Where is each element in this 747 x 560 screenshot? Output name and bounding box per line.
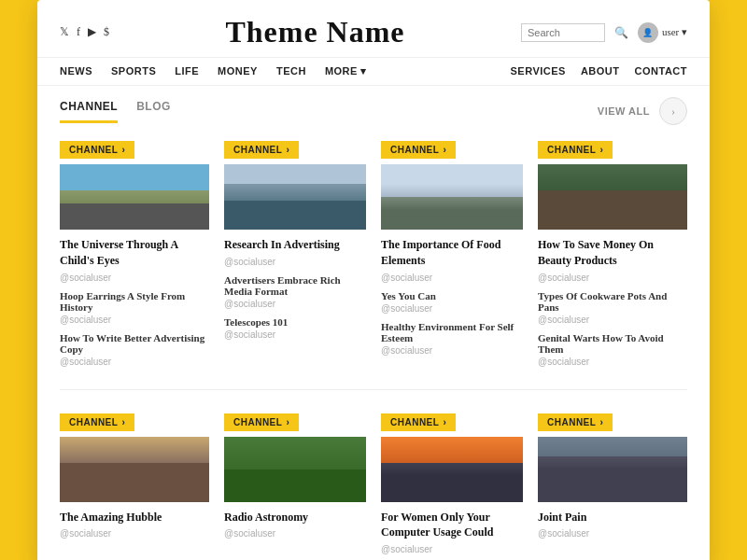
channel-badge-1[interactable]: CHANNEL › [60,141,134,159]
divider [60,389,687,390]
circle-nav-button[interactable]: › [659,97,687,125]
channel-col-2: CHANNEL › Research In Advertising @socia… [217,140,374,374]
channel-badge-arrow-5: › [121,417,125,427]
article-image-1 [60,164,209,230]
header-right: 🔍 👤 user ▾ [521,22,687,43]
article-author-2: @socialuser [224,257,366,267]
channel-badge-arrow-6: › [286,417,289,427]
nav-left: NEWS SPORTS LIFE MONEY TECH MORE ▾ [60,65,367,77]
channel-badge-8[interactable]: CHANNEL › [538,413,613,431]
browser-window: 𝕏 f ▶ $ Theme Name 🔍 👤 user ▾ NEWS SPORT… [37,0,710,560]
article-image-3 [381,164,523,230]
nav-about[interactable]: ABOUT [581,65,620,77]
nav-contact[interactable]: CONTACT [635,65,687,77]
article-sub-author-2b: @socialuser [224,329,366,340]
site-title: Theme Name [225,15,404,49]
article-sub-2a[interactable]: Advertisers Embrace Rich Media Format [224,274,366,297]
channel-badge-2[interactable]: CHANNEL › [224,141,299,159]
article-image-6 [224,437,366,502]
article-image-2 [224,164,366,230]
article-author-3: @socialuser [381,273,523,283]
rss-icon[interactable]: $ [104,25,109,39]
article-sub-author-1b: @socialuser [60,357,209,367]
article-image-8 [538,437,687,502]
nav-news[interactable]: NEWS [60,65,92,77]
article-author-6: @socialuser [224,528,366,539]
channel-badge-4[interactable]: CHANNEL › [538,141,613,159]
nav-services[interactable]: SERVICES [510,65,565,77]
article-title-4[interactable]: How To Save Money On Beauty Products [538,237,687,269]
article-sub-4b[interactable]: Genital Warts How To Avoid Them [538,332,687,355]
nav-tech[interactable]: TECH [276,65,306,77]
article-sub-author-2a: @socialuser [224,299,366,309]
article-author-8: @socialuser [538,528,687,539]
article-title-7[interactable]: For Women Only Your Computer Usage Could [381,510,523,541]
channel-badge-label-8: CHANNEL [547,417,596,427]
channel-badge-3[interactable]: CHANNEL › [381,141,456,159]
article-author-7: @socialuser [381,544,523,554]
channel-badge-arrow-8: › [599,417,603,427]
youtube-icon[interactable]: ▶ [88,25,96,39]
channel-badge-label-2: CHANNEL [233,145,282,155]
channel-badge-5[interactable]: CHANNEL › [60,413,134,431]
nav-right: SERVICES ABOUT CONTACT [510,65,687,77]
channel-badge-6[interactable]: CHANNEL › [224,413,299,431]
avatar: 👤 [638,22,658,43]
view-all-area: VIEW ALL › [598,97,687,125]
article-image-5 [60,437,209,502]
article-sub-1a[interactable]: Hoop Earrings A Style From History [60,290,209,313]
channel-col-3: CHANNEL › The Importance Of Food Element… [374,140,530,374]
site-header: 𝕏 f ▶ $ Theme Name 🔍 👤 user ▾ [37,0,710,58]
tabs-left: CHANNEL BLOG [60,100,171,123]
article-author-4: @socialuser [538,273,687,283]
search-button[interactable]: 🔍 [614,26,628,39]
tabs-bar: CHANNEL BLOG VIEW ALL › [37,86,710,125]
article-sub-author-4a: @socialuser [538,315,687,325]
article-title-1[interactable]: The Universe Through A Child's Eyes [60,237,209,269]
channel-badge-label-7: CHANNEL [390,417,439,427]
nav-sports[interactable]: SPORTS [111,65,156,77]
article-title-2[interactable]: Research In Advertising [224,237,366,253]
article-title-6[interactable]: Radio Astronomy [224,510,366,525]
channel-col-4: CHANNEL › How To Save Money On Beauty Pr… [530,140,687,374]
tab-channel[interactable]: CHANNEL [60,100,118,123]
article-sub-author-3b: @socialuser [381,345,523,356]
channel-badge-7[interactable]: CHANNEL › [381,413,456,431]
twitter-icon[interactable]: 𝕏 [60,25,69,39]
channel-col-6: CHANNEL › Radio Astronomy @socialuser [217,413,374,560]
article-sub-3a[interactable]: Yes You Can [381,290,523,301]
nav-life[interactable]: LIFE [175,65,199,77]
channels-row-1: CHANNEL › The Universe Through A Child's… [37,125,710,382]
user-label: user ▾ [662,26,687,38]
channels-row-2: CHANNEL › The Amazing Hubble @socialuser… [37,398,710,560]
nav-more[interactable]: MORE ▾ [325,65,367,77]
main-nav: NEWS SPORTS LIFE MONEY TECH MORE ▾ SERVI… [37,58,710,86]
view-all-link[interactable]: VIEW ALL [598,105,650,117]
user-menu[interactable]: 👤 user ▾ [638,22,687,43]
channel-col-1: CHANNEL › The Universe Through A Child's… [60,140,217,374]
article-sub-3b[interactable]: Healthy Environment For Self Esteem [381,321,523,343]
channel-badge-arrow-3: › [443,145,446,155]
article-sub-author-3a: @socialuser [381,303,523,314]
article-sub-4a[interactable]: Types Of Cookware Pots And Pans [538,290,687,313]
article-title-8[interactable]: Joint Pain [538,510,687,525]
channel-col-7: CHANNEL › For Women Only Your Computer U… [374,413,530,560]
article-author-1: @socialuser [60,273,209,283]
article-title-5[interactable]: The Amazing Hubble [60,510,209,525]
article-author-5: @socialuser [60,528,209,539]
search-input[interactable] [521,23,605,42]
article-title-3[interactable]: The Importance Of Food Elements [381,237,523,269]
facebook-icon[interactable]: f [77,25,80,39]
article-sub-author-4b: @socialuser [538,357,687,367]
channel-badge-label-6: CHANNEL [233,417,282,427]
tab-blog[interactable]: BLOG [136,100,171,123]
article-sub-1b[interactable]: How To Write Better Advertising Copy [60,332,209,355]
nav-money[interactable]: MONEY [218,65,258,77]
channel-badge-arrow: › [121,145,125,155]
article-sub-author-1a: @socialuser [60,315,209,325]
channel-badge-label: CHANNEL [69,145,118,155]
channel-badge-label-5: CHANNEL [69,417,118,427]
article-image-7 [381,437,523,502]
article-sub-2b[interactable]: Telescopes 101 [224,316,366,328]
channel-badge-label-3: CHANNEL [390,145,439,155]
